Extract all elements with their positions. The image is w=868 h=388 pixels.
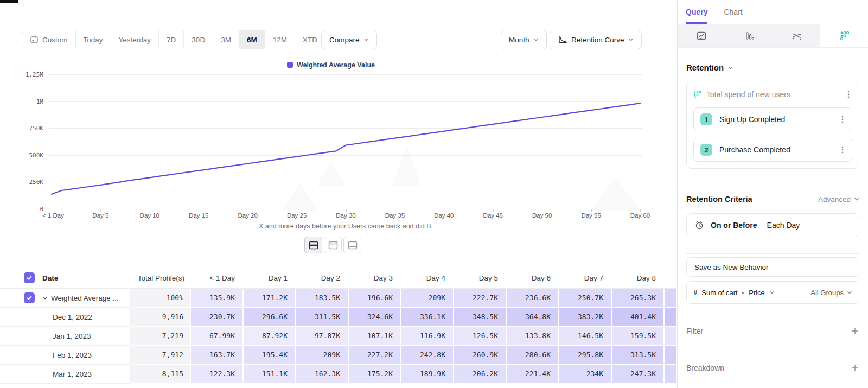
chart-view-toggle[interactable] [324,237,342,253]
retention-value-cell[interactable]: 296.6K [242,308,295,327]
criteria-window: Each Day [767,221,800,230]
retention-value-cell[interactable]: 336.1K [400,308,453,327]
column-header-day[interactable]: Day 2 [295,268,348,288]
range-custom[interactable]: Custom [22,30,76,49]
retention-criteria-card[interactable]: On or Before Each Day [686,213,859,237]
retention-value-cell[interactable]: 116.9K [400,327,453,346]
table-row[interactable]: Jan 1, 20237,21967.99K87.92K97.87K107.1K… [0,327,676,346]
retention-value-cell[interactable]: 247.3K [611,365,663,384]
kebab-menu-icon[interactable] [839,115,846,124]
retention-value-cell[interactable]: 221.4K [506,365,558,384]
retention-dots-icon[interactable] [821,24,868,47]
column-header-day[interactable]: Day 1 [242,268,295,288]
column-header-day[interactable]: Day 7 [558,268,611,288]
column-header-day[interactable]: Day 3 [348,268,400,288]
row-label: Jan 1, 2023 [37,327,130,346]
retention-value-cell[interactable]: 295.8K [558,346,611,365]
tab-query[interactable]: Query [686,0,707,24]
retention-value-cell[interactable]: 133.8K [506,327,558,346]
retention-value-cell[interactable]: 236.6K [506,289,558,308]
range-3m[interactable]: 3M [213,30,239,49]
range-6m[interactable]: 6M [239,30,265,49]
retention-value-cell[interactable]: 222.7K [453,289,506,308]
retention-value-cell[interactable]: 162.3K [295,365,348,384]
retention-value-cell[interactable]: 313.5K [611,346,663,365]
kebab-menu-icon[interactable] [839,145,846,154]
retention-value-cell[interactable]: 163.7K [190,346,242,365]
retention-value-cell[interactable]: 230.7K [190,308,242,327]
retention-value-cell[interactable]: 280.6K [506,346,558,365]
retention-value-cell[interactable]: 324.6K [348,308,400,327]
retention-value-cell[interactable]: 234K [558,365,611,384]
flow-chart-icon[interactable] [773,24,821,47]
column-header-day[interactable]: Day 5 [453,268,506,288]
retention-value-cell[interactable]: 260.9K [453,346,506,365]
retention-value-cell[interactable]: 206.2K [453,365,506,384]
column-header-date[interactable]: Date [37,268,130,288]
retention-value-cell[interactable]: 189.9K [400,365,453,384]
chevron-down-icon[interactable] [42,295,48,301]
column-header-day[interactable]: < 1 Day [190,268,242,288]
retention-value-cell[interactable]: 242.8K [400,346,453,365]
retention-value-cell[interactable]: 67.99K [190,327,242,346]
measure-dropdown[interactable]: Retention [686,63,859,72]
retention-value-cell[interactable]: 159.5K [611,327,663,346]
behavior-step-2[interactable]: 2Purchase Completed [693,138,852,162]
granularity-dropdown[interactable]: Month [501,30,547,49]
aggregation-property-card[interactable]: # Sum of cart ▸ Price All Groups [686,281,859,304]
compare-button[interactable]: Compare [321,30,377,49]
retention-value-cell[interactable]: 107.1K [348,327,400,346]
range-12m[interactable]: 12M [265,30,295,49]
table-row[interactable]: Weighted Average ...100%135.9K171.2K183.… [0,289,676,308]
column-header-day[interactable]: Day 6 [506,268,558,288]
column-header-day[interactable]: Day 8 [611,268,663,288]
table-view-toggle[interactable] [343,237,361,253]
retention-value-cell[interactable]: 250.7K [558,289,611,308]
retention-value-cell[interactable]: 135.9K [190,289,242,308]
table-row[interactable]: Mar 1, 20238,115122.3K151.1K162.3K175.2K… [0,365,676,384]
retention-value-cell[interactable]: 265.3K [611,289,663,308]
tab-chart[interactable]: Chart [724,0,742,24]
group-selector[interactable]: All Groups [810,289,852,297]
retention-value-cell[interactable]: 364.8K [506,308,558,327]
add-breakdown-button[interactable] [851,364,859,372]
retention-value-cell[interactable]: 151.1K [242,365,295,384]
retention-value-cell[interactable]: 311.5K [295,308,348,327]
retention-value-cell[interactable]: 87.92K [242,327,295,346]
row-checkbox[interactable] [24,292,35,303]
save-as-new-behavior-button[interactable]: Save as New Behavior [686,257,859,277]
retention-value-cell[interactable]: 227.2K [348,346,400,365]
retention-value-cell[interactable]: 146.5K [558,327,611,346]
retention-value-cell[interactable]: 348.5K [453,308,506,327]
retention-value-cell[interactable]: 175.2K [348,365,400,384]
behavior-step-1[interactable]: 1Sign Up Completed [693,107,852,131]
retention-value-cell[interactable]: 401.4K [611,308,663,327]
retention-value-cell[interactable]: 383.2K [558,308,611,327]
criteria-mode-dropdown[interactable]: Advanced [818,195,859,203]
range-yesterday[interactable]: Yesterday [111,30,159,49]
chart-legend[interactable]: Weighted Average Value [0,61,662,69]
add-filter-button[interactable] [851,327,859,335]
select-all-checkbox[interactable] [24,272,35,283]
kebab-menu-icon[interactable] [845,90,852,99]
retention-value-cell[interactable]: 126.5K [453,327,506,346]
retention-value-cell[interactable]: 209K [295,346,348,365]
retention-value-cell[interactable]: 196.6K [348,289,400,308]
range-7d[interactable]: 7D [159,30,184,49]
line-chart-icon[interactable] [678,24,725,47]
bar-chart-icon[interactable] [725,24,773,47]
range-30d[interactable]: 30D [184,30,213,49]
retention-value-cell[interactable]: 195.4K [242,346,295,365]
retention-value-cell[interactable]: 183.5K [295,289,348,308]
retention-value-cell[interactable]: 97.87K [295,327,348,346]
table-row[interactable]: Feb 1, 20237,912163.7K195.4K209K227.2K24… [0,346,676,365]
chart-type-dropdown[interactable]: Retention Curve [550,30,642,49]
column-header-profiles[interactable]: Total Profile(s) [130,268,190,288]
retention-value-cell[interactable]: 122.3K [190,365,242,384]
range-today[interactable]: Today [76,30,111,49]
table-row[interactable]: Dec 1, 20229,916230.7K296.6K311.5K324.6K… [0,308,676,327]
column-header-day[interactable]: Day 4 [400,268,453,288]
split-view-toggle[interactable] [304,237,322,253]
retention-value-cell[interactable]: 209K [400,289,453,308]
retention-value-cell[interactable]: 171.2K [242,289,295,308]
